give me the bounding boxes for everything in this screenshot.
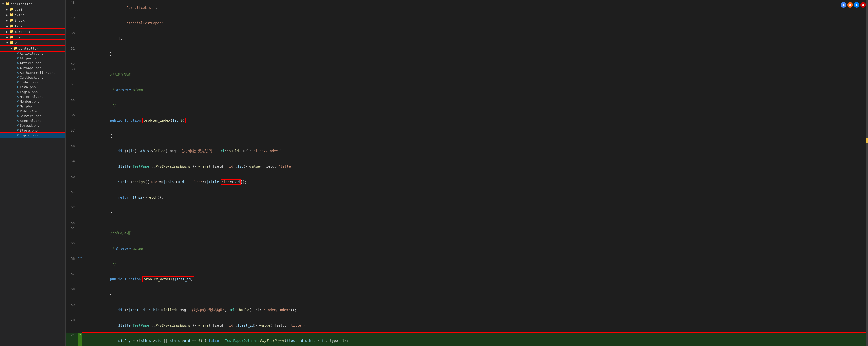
- sidebar-item-controller[interactable]: ▼ 📁 controller: [0, 46, 65, 51]
- sidebar-label-alipay: Alipay.php: [20, 56, 40, 60]
- sidebar-item-index[interactable]: ▶ 📁 index: [0, 18, 65, 23]
- sidebar-item-application[interactable]: ▼ 📁 application: [0, 1, 65, 7]
- sidebar-item-spreadphp[interactable]: C Spread.php: [0, 123, 65, 128]
- sidebar-item-activity[interactable]: C Activity.php: [0, 51, 65, 56]
- sidebar-item-live[interactable]: ▶ 📁 live: [0, 23, 65, 29]
- line-gutter: [78, 143, 82, 159]
- code-var: $this: [118, 180, 129, 184]
- sidebar-item-alipay[interactable]: C Alipay.php: [0, 56, 65, 61]
- line-number: 53: [66, 66, 78, 82]
- sidebar-item-extra[interactable]: ▶ 📁 extra: [0, 12, 65, 18]
- line-code: $this->assign(['uid'=>$this->uid,'titles…: [82, 174, 868, 190]
- line-number: 58: [66, 143, 78, 159]
- code-comment: /**练习详情: [102, 72, 130, 76]
- sidebar-item-push[interactable]: ▶ 📁 push: [0, 34, 65, 40]
- line-number: 62: [66, 205, 78, 220]
- code-var: $this: [141, 339, 151, 343]
- sidebar-item-publicapiphp[interactable]: C PublicApi.php: [0, 109, 65, 114]
- code-var: $id: [234, 180, 240, 184]
- php-icon-indexphp: C: [17, 81, 19, 84]
- sidebar-item-indexphp[interactable]: C Index.php: [0, 80, 65, 85]
- line-gutter: [78, 97, 82, 113]
- php-icon-myphp: C: [17, 105, 19, 108]
- sidebar-item-loginphp[interactable]: C Login.php: [0, 90, 65, 94]
- sidebar-item-materialphp[interactable]: C Material.php: [0, 94, 65, 99]
- code-str: 'title': [289, 323, 303, 327]
- sidebar-item-authapi[interactable]: C AuthApi.php: [0, 65, 65, 70]
- sidebar-item-callback[interactable]: C Callback.php: [0, 75, 65, 80]
- sidebar-item-livephp[interactable]: C Live.php: [0, 85, 65, 90]
- sidebar-item-topicphp[interactable]: C Topic.php: [0, 133, 65, 138]
- code-comment: */: [102, 262, 116, 266]
- code-comment: *: [102, 88, 116, 92]
- line-code: public function problem_index($id=0): [82, 113, 868, 128]
- code-fn: failed: [153, 149, 165, 153]
- code-comment: mixed: [131, 246, 143, 250]
- line-number: 60: [66, 174, 78, 190]
- code-str: 'titles': [186, 180, 203, 184]
- line-number: 57: [66, 128, 78, 143]
- sidebar-item-myphp[interactable]: C My.php: [0, 104, 65, 109]
- php-icon-activity: C: [17, 52, 19, 55]
- code-var: $this: [305, 339, 315, 343]
- sidebar-item-admin[interactable]: ▶ 📁 admin: [0, 7, 65, 12]
- table-row: 67 public function problem_detail($test_…: [66, 271, 868, 287]
- code-str: 'uid': [149, 180, 159, 184]
- code-keyword: function: [124, 118, 141, 122]
- line-gutter: [78, 225, 82, 241]
- table-row: 62 }: [66, 205, 868, 220]
- line-code: */: [82, 97, 868, 113]
- code-str: 'id': [221, 180, 230, 184]
- line-gutter: [78, 31, 82, 46]
- sidebar-item-storephp[interactable]: C Store.php: [0, 128, 65, 133]
- php-icon-memberphp: C: [17, 100, 19, 103]
- sidebar-item-wap[interactable]: ▼ 📁 wap: [0, 40, 65, 46]
- code-fn: build: [239, 308, 249, 312]
- code-var: $this: [169, 339, 180, 343]
- sidebar-label-memberphp: Member.php: [20, 100, 40, 104]
- line-gutter: [78, 174, 82, 190]
- code-string: 'specialTestPaper': [127, 21, 163, 25]
- line-code: [82, 220, 868, 225]
- sidebar-item-authcontroller[interactable]: C AuthController.php: [0, 70, 65, 75]
- code-var: $this: [133, 195, 143, 199]
- line-number: 55: [66, 97, 78, 113]
- table-row: 55 */: [66, 97, 868, 113]
- sidebar-item-article[interactable]: C Article.php: [0, 61, 65, 65]
- code-fn: failed: [163, 308, 176, 312]
- browser-icons: ● ● ● ●: [841, 2, 866, 7]
- code-var: $this: [149, 308, 159, 312]
- code-str: 'index/index': [253, 149, 280, 153]
- code-var: $this: [163, 180, 174, 184]
- sidebar-label-spreadphp: Spread.php: [20, 124, 40, 127]
- sidebar-item-memberphp[interactable]: C Member.php: [0, 99, 65, 104]
- sidebar-item-label-application: application: [10, 2, 32, 6]
- line-number: 65: [66, 241, 78, 256]
- code-variable: $id: [172, 118, 178, 122]
- line-gutter: [78, 82, 82, 97]
- sidebar-label-loginphp: Login.php: [20, 90, 38, 94]
- php-icon-publicapiphp: C: [17, 110, 19, 113]
- line-code: 'practiceList',: [82, 0, 868, 16]
- sidebar-item-merchant[interactable]: ▶ 📁 merchant: [0, 29, 65, 34]
- sidebar-item-servicephp[interactable]: C Service.php: [0, 114, 65, 118]
- code-class: TestPaper: [133, 165, 151, 169]
- sidebar-item-label-live: live: [14, 24, 23, 28]
- line-gutter: [78, 287, 82, 302]
- code-string: 'practiceList': [127, 5, 155, 9]
- line-number: 49: [66, 16, 78, 31]
- line-gutter: [78, 302, 82, 318]
- table-row: 60 $this->assign(['uid'=>$this->uid,'tit…: [66, 174, 868, 190]
- line-number: 66: [66, 256, 78, 272]
- arrow-index: ▶: [5, 19, 9, 22]
- table-row: 64 /**练习答题: [66, 225, 868, 241]
- line-gutter: [78, 220, 82, 225]
- opera-icon: ●: [861, 2, 866, 7]
- code-fn: value: [260, 323, 270, 327]
- line-number: 69: [66, 302, 78, 318]
- php-icon-specialphp: C: [17, 119, 19, 122]
- table-row: 70 $title=TestPaper::PreExercisesWhere()…: [66, 318, 868, 333]
- sidebar-item-specialphp[interactable]: C Special.php: [0, 118, 65, 123]
- code-keyword: return: [118, 195, 131, 199]
- line-gutter: [78, 66, 82, 82]
